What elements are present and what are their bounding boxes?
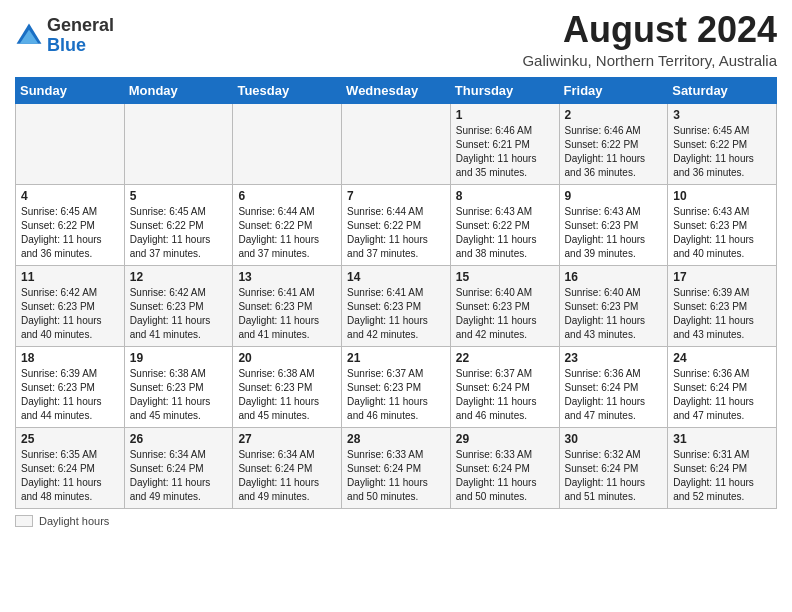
logo-blue: Blue <box>47 35 86 55</box>
day-info: Sunrise: 6:40 AM Sunset: 6:23 PM Dayligh… <box>565 286 663 342</box>
day-number: 31 <box>673 432 771 446</box>
month-title: August 2024 <box>522 10 777 50</box>
title-block: August 2024 Galiwinku, Northern Territor… <box>522 10 777 69</box>
day-number: 24 <box>673 351 771 365</box>
calendar-cell: 13Sunrise: 6:41 AM Sunset: 6:23 PM Dayli… <box>233 265 342 346</box>
day-info: Sunrise: 6:41 AM Sunset: 6:23 PM Dayligh… <box>347 286 445 342</box>
calendar-cell: 8Sunrise: 6:43 AM Sunset: 6:22 PM Daylig… <box>450 184 559 265</box>
header-thursday: Thursday <box>450 77 559 103</box>
day-info: Sunrise: 6:41 AM Sunset: 6:23 PM Dayligh… <box>238 286 336 342</box>
day-number: 28 <box>347 432 445 446</box>
day-info: Sunrise: 6:39 AM Sunset: 6:23 PM Dayligh… <box>21 367 119 423</box>
header-monday: Monday <box>124 77 233 103</box>
calendar-cell: 17Sunrise: 6:39 AM Sunset: 6:23 PM Dayli… <box>668 265 777 346</box>
day-number: 27 <box>238 432 336 446</box>
calendar-cell: 24Sunrise: 6:36 AM Sunset: 6:24 PM Dayli… <box>668 346 777 427</box>
day-number: 22 <box>456 351 554 365</box>
week-row-3: 11Sunrise: 6:42 AM Sunset: 6:23 PM Dayli… <box>16 265 777 346</box>
calendar-cell: 1Sunrise: 6:46 AM Sunset: 6:21 PM Daylig… <box>450 103 559 184</box>
calendar-cell: 18Sunrise: 6:39 AM Sunset: 6:23 PM Dayli… <box>16 346 125 427</box>
calendar-cell: 28Sunrise: 6:33 AM Sunset: 6:24 PM Dayli… <box>342 427 451 508</box>
day-info: Sunrise: 6:38 AM Sunset: 6:23 PM Dayligh… <box>130 367 228 423</box>
logo-icon <box>15 22 43 50</box>
location-subtitle: Galiwinku, Northern Territory, Australia <box>522 52 777 69</box>
calendar-cell: 14Sunrise: 6:41 AM Sunset: 6:23 PM Dayli… <box>342 265 451 346</box>
calendar-cell: 11Sunrise: 6:42 AM Sunset: 6:23 PM Dayli… <box>16 265 125 346</box>
calendar-cell: 22Sunrise: 6:37 AM Sunset: 6:24 PM Dayli… <box>450 346 559 427</box>
calendar-cell: 29Sunrise: 6:33 AM Sunset: 6:24 PM Dayli… <box>450 427 559 508</box>
day-number: 14 <box>347 270 445 284</box>
day-number: 18 <box>21 351 119 365</box>
day-info: Sunrise: 6:44 AM Sunset: 6:22 PM Dayligh… <box>238 205 336 261</box>
day-info: Sunrise: 6:44 AM Sunset: 6:22 PM Dayligh… <box>347 205 445 261</box>
day-number: 3 <box>673 108 771 122</box>
day-number: 15 <box>456 270 554 284</box>
day-info: Sunrise: 6:45 AM Sunset: 6:22 PM Dayligh… <box>21 205 119 261</box>
day-info: Sunrise: 6:43 AM Sunset: 6:23 PM Dayligh… <box>673 205 771 261</box>
day-number: 6 <box>238 189 336 203</box>
logo-general: General <box>47 15 114 35</box>
header-friday: Friday <box>559 77 668 103</box>
calendar-cell: 25Sunrise: 6:35 AM Sunset: 6:24 PM Dayli… <box>16 427 125 508</box>
daylight-label: Daylight hours <box>39 515 109 527</box>
week-row-5: 25Sunrise: 6:35 AM Sunset: 6:24 PM Dayli… <box>16 427 777 508</box>
day-number: 5 <box>130 189 228 203</box>
calendar-cell: 3Sunrise: 6:45 AM Sunset: 6:22 PM Daylig… <box>668 103 777 184</box>
day-info: Sunrise: 6:33 AM Sunset: 6:24 PM Dayligh… <box>456 448 554 504</box>
calendar-cell: 5Sunrise: 6:45 AM Sunset: 6:22 PM Daylig… <box>124 184 233 265</box>
day-number: 11 <box>21 270 119 284</box>
day-number: 8 <box>456 189 554 203</box>
day-number: 4 <box>21 189 119 203</box>
day-info: Sunrise: 6:38 AM Sunset: 6:23 PM Dayligh… <box>238 367 336 423</box>
day-info: Sunrise: 6:46 AM Sunset: 6:21 PM Dayligh… <box>456 124 554 180</box>
day-info: Sunrise: 6:34 AM Sunset: 6:24 PM Dayligh… <box>238 448 336 504</box>
calendar-header-row: SundayMondayTuesdayWednesdayThursdayFrid… <box>16 77 777 103</box>
day-number: 2 <box>565 108 663 122</box>
day-number: 16 <box>565 270 663 284</box>
day-info: Sunrise: 6:43 AM Sunset: 6:23 PM Dayligh… <box>565 205 663 261</box>
calendar-cell: 27Sunrise: 6:34 AM Sunset: 6:24 PM Dayli… <box>233 427 342 508</box>
day-number: 17 <box>673 270 771 284</box>
calendar-table: SundayMondayTuesdayWednesdayThursdayFrid… <box>15 77 777 509</box>
day-info: Sunrise: 6:34 AM Sunset: 6:24 PM Dayligh… <box>130 448 228 504</box>
week-row-2: 4Sunrise: 6:45 AM Sunset: 6:22 PM Daylig… <box>16 184 777 265</box>
day-number: 30 <box>565 432 663 446</box>
day-info: Sunrise: 6:36 AM Sunset: 6:24 PM Dayligh… <box>673 367 771 423</box>
day-number: 20 <box>238 351 336 365</box>
day-info: Sunrise: 6:42 AM Sunset: 6:23 PM Dayligh… <box>21 286 119 342</box>
day-info: Sunrise: 6:33 AM Sunset: 6:24 PM Dayligh… <box>347 448 445 504</box>
week-row-1: 1Sunrise: 6:46 AM Sunset: 6:21 PM Daylig… <box>16 103 777 184</box>
week-row-4: 18Sunrise: 6:39 AM Sunset: 6:23 PM Dayli… <box>16 346 777 427</box>
calendar-cell: 4Sunrise: 6:45 AM Sunset: 6:22 PM Daylig… <box>16 184 125 265</box>
header-wednesday: Wednesday <box>342 77 451 103</box>
day-info: Sunrise: 6:43 AM Sunset: 6:22 PM Dayligh… <box>456 205 554 261</box>
calendar-cell <box>233 103 342 184</box>
calendar-cell: 26Sunrise: 6:34 AM Sunset: 6:24 PM Dayli… <box>124 427 233 508</box>
footer: Daylight hours <box>15 515 777 527</box>
logo: General Blue <box>15 16 114 56</box>
header-sunday: Sunday <box>16 77 125 103</box>
day-info: Sunrise: 6:32 AM Sunset: 6:24 PM Dayligh… <box>565 448 663 504</box>
day-number: 1 <box>456 108 554 122</box>
day-info: Sunrise: 6:40 AM Sunset: 6:23 PM Dayligh… <box>456 286 554 342</box>
page-header: General Blue August 2024 Galiwinku, Nort… <box>15 10 777 69</box>
day-number: 9 <box>565 189 663 203</box>
day-info: Sunrise: 6:42 AM Sunset: 6:23 PM Dayligh… <box>130 286 228 342</box>
daylight-legend-box <box>15 515 33 527</box>
header-tuesday: Tuesday <box>233 77 342 103</box>
calendar-cell: 15Sunrise: 6:40 AM Sunset: 6:23 PM Dayli… <box>450 265 559 346</box>
day-number: 7 <box>347 189 445 203</box>
day-number: 12 <box>130 270 228 284</box>
day-info: Sunrise: 6:37 AM Sunset: 6:24 PM Dayligh… <box>456 367 554 423</box>
calendar-cell: 7Sunrise: 6:44 AM Sunset: 6:22 PM Daylig… <box>342 184 451 265</box>
day-info: Sunrise: 6:37 AM Sunset: 6:23 PM Dayligh… <box>347 367 445 423</box>
header-saturday: Saturday <box>668 77 777 103</box>
calendar-cell: 10Sunrise: 6:43 AM Sunset: 6:23 PM Dayli… <box>668 184 777 265</box>
day-info: Sunrise: 6:45 AM Sunset: 6:22 PM Dayligh… <box>673 124 771 180</box>
day-info: Sunrise: 6:31 AM Sunset: 6:24 PM Dayligh… <box>673 448 771 504</box>
day-info: Sunrise: 6:46 AM Sunset: 6:22 PM Dayligh… <box>565 124 663 180</box>
calendar-cell: 30Sunrise: 6:32 AM Sunset: 6:24 PM Dayli… <box>559 427 668 508</box>
day-number: 21 <box>347 351 445 365</box>
day-number: 13 <box>238 270 336 284</box>
calendar-cell: 31Sunrise: 6:31 AM Sunset: 6:24 PM Dayli… <box>668 427 777 508</box>
